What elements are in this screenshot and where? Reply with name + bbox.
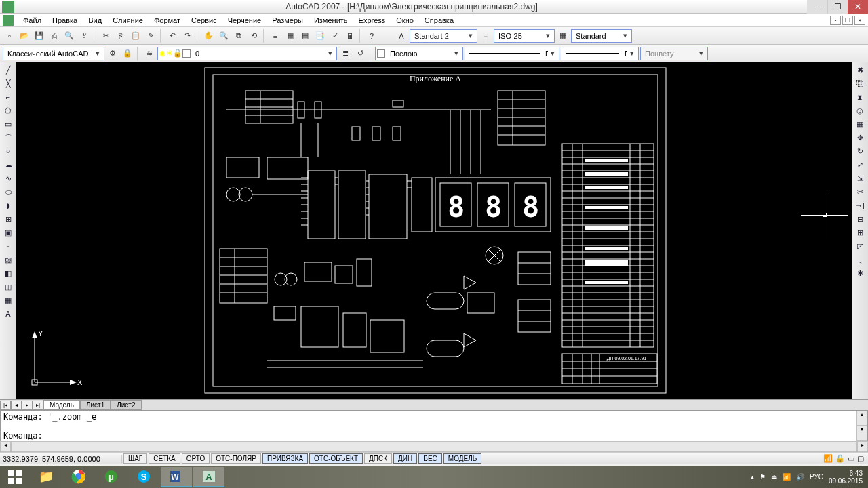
redo-icon[interactable]: ↷	[180, 29, 194, 43]
tray-up-icon[interactable]: ▴	[751, 473, 754, 481]
horizontal-scrollbar[interactable]: ◂ ▸	[0, 441, 868, 452]
layer-states-icon[interactable]: ≣	[338, 47, 352, 60]
publish-icon[interactable]: ⇪	[77, 29, 91, 43]
dimstyle-icon[interactable]: ⟊	[479, 29, 492, 43]
scroll-track[interactable]	[11, 441, 857, 452]
status-model[interactable]: МОДЕЛЬ	[443, 453, 481, 464]
mdi-minimize-button[interactable]: -	[830, 16, 841, 25]
tab-last-button[interactable]: ▸|	[33, 401, 43, 410]
menu-merge[interactable]: Слияние	[107, 15, 149, 26]
menu-draw[interactable]: Черчение	[222, 15, 267, 26]
workspace-dropdown[interactable]: Классический AutoCAD▾	[3, 47, 104, 60]
sheetset-icon[interactable]: 📑	[313, 29, 327, 43]
rectangle-icon[interactable]: ▭	[2, 118, 14, 130]
help-icon[interactable]: ?	[365, 29, 378, 43]
xline-icon[interactable]: ╳	[2, 77, 14, 89]
tab-next-button[interactable]: ▸	[22, 401, 33, 410]
layer-manager-icon[interactable]: ≋	[142, 47, 156, 60]
scroll-down-icon[interactable]: ▾	[856, 426, 867, 441]
move-icon[interactable]: ✥	[854, 131, 866, 144]
status-grid[interactable]: СЕТКА	[149, 453, 180, 464]
workspace-lock-icon[interactable]: 🔒	[121, 47, 134, 60]
erase-icon[interactable]: ✖	[854, 64, 866, 76]
new-icon[interactable]: ▫	[3, 29, 16, 43]
zoom-prev-icon[interactable]: ⟲	[247, 29, 260, 43]
scale-icon[interactable]: ⤢	[854, 159, 866, 171]
tab-sheet2[interactable]: Лист2	[111, 400, 141, 410]
join-icon[interactable]: ⊞	[854, 226, 866, 239]
ellipsearc-icon[interactable]: ◗	[2, 199, 14, 211]
lineweight-dropdown[interactable]: Послою▾	[561, 47, 639, 60]
taskbar-skype-icon[interactable]: S	[128, 467, 159, 487]
coordinates-display[interactable]: 3332.9379, 574.9659, 0.0000	[0, 455, 122, 463]
menu-view[interactable]: Вид	[83, 15, 107, 26]
menu-tools[interactable]: Сервис	[186, 15, 222, 26]
copy-obj-icon[interactable]: ⿻	[854, 77, 866, 89]
menu-file[interactable]: Файл	[18, 15, 47, 26]
hatch-icon[interactable]: ▨	[2, 253, 14, 266]
print-icon[interactable]: ⎙	[47, 29, 61, 43]
dim-style-dropdown[interactable]: ISO-25▾	[494, 29, 555, 43]
status-otrack[interactable]: ОТС-ОБЪЕКТ	[309, 453, 363, 464]
close-button[interactable]: ✕	[848, 0, 868, 14]
mtext-icon[interactable]: A	[2, 308, 14, 320]
line-icon[interactable]: ╱	[2, 64, 14, 76]
zoom-window-icon[interactable]: ⧉	[232, 29, 245, 43]
trim-icon[interactable]: ✂	[854, 186, 866, 198]
array-icon[interactable]: ▦	[854, 118, 866, 130]
tray-volume-icon[interactable]: 🔊	[796, 473, 804, 481]
plotstyle-dropdown[interactable]: Поцвету▾	[640, 47, 708, 60]
menu-format[interactable]: Формат	[149, 15, 186, 26]
status-ortho[interactable]: ОРТО	[182, 453, 210, 464]
scroll-right-icon[interactable]: ▸	[857, 441, 868, 452]
taskbar-chrome-icon[interactable]	[63, 467, 94, 487]
menu-modify[interactable]: Изменить	[309, 15, 353, 26]
status-ducs[interactable]: ДПСК	[364, 453, 392, 464]
tray-comm-icon[interactable]: 📶	[823, 454, 833, 463]
chamfer-icon[interactable]: ◸	[854, 240, 866, 252]
revcloud-icon[interactable]: ☁	[2, 159, 14, 171]
layer-dropdown[interactable]: ◉ ☀ 🔓 0▾	[157, 47, 337, 60]
tablestyle-icon[interactable]: ▦	[556, 29, 570, 43]
ellipse-icon[interactable]: ⬭	[2, 186, 14, 198]
break-icon[interactable]: ⊟	[854, 213, 866, 225]
tray-network-icon[interactable]: 📶	[783, 473, 791, 481]
status-snap[interactable]: ШАГ	[123, 453, 147, 464]
undo-icon[interactable]: ↶	[165, 29, 179, 43]
textstyle-icon[interactable]: A	[395, 29, 408, 43]
tab-sheet1[interactable]: Лист1	[80, 400, 111, 410]
tray-action-center-icon[interactable]: ⚑	[760, 473, 766, 481]
taskbar-word-icon[interactable]: W	[161, 467, 192, 487]
mdi-close-button[interactable]: ×	[854, 16, 865, 25]
status-dyn[interactable]: ДИН	[393, 453, 417, 464]
tray-annotation-icon[interactable]: ▭	[848, 454, 854, 463]
status-lwt[interactable]: ВЕС	[418, 453, 442, 464]
gradient-icon[interactable]: ◧	[2, 267, 14, 279]
tray-cleanscreen-icon[interactable]: ▢	[857, 454, 864, 463]
tab-model[interactable]: Модель	[43, 400, 80, 410]
arc-icon[interactable]: ⌒	[2, 131, 14, 144]
minimize-button[interactable]: ─	[807, 0, 827, 14]
insert-icon[interactable]: ⊞	[2, 213, 14, 225]
tray-language[interactable]: РУС	[810, 473, 823, 481]
mirror-icon[interactable]: ⧗	[854, 91, 866, 103]
point-icon[interactable]: ·	[2, 240, 14, 252]
workspace-settings-icon[interactable]: ⚙	[106, 47, 119, 60]
linetype-dropdown[interactable]: Послою▾	[465, 47, 559, 60]
offset-icon[interactable]: ◎	[854, 104, 866, 117]
region-icon[interactable]: ◫	[2, 281, 14, 293]
explode-icon[interactable]: ✱	[854, 267, 866, 279]
markup-icon[interactable]: ✓	[328, 29, 342, 43]
text-style-dropdown[interactable]: Standart 2▾	[410, 29, 477, 43]
paste-icon[interactable]: 📋	[129, 29, 142, 43]
block-icon[interactable]: ▣	[2, 226, 14, 239]
menu-help[interactable]: Справка	[419, 15, 459, 26]
pan-icon[interactable]: ✋	[202, 29, 216, 43]
status-osnap[interactable]: ПРИВЯЗКА	[262, 453, 308, 464]
taskbar-utorrent-icon[interactable]: μ	[96, 467, 127, 487]
rotate-icon[interactable]: ↻	[854, 145, 866, 157]
layer-prev-icon[interactable]: ↺	[353, 47, 367, 60]
save-icon[interactable]: 💾	[33, 29, 46, 43]
maximize-button[interactable]: ☐	[827, 0, 848, 14]
command-scrollbar[interactable]: ▴ ▾	[856, 411, 867, 441]
